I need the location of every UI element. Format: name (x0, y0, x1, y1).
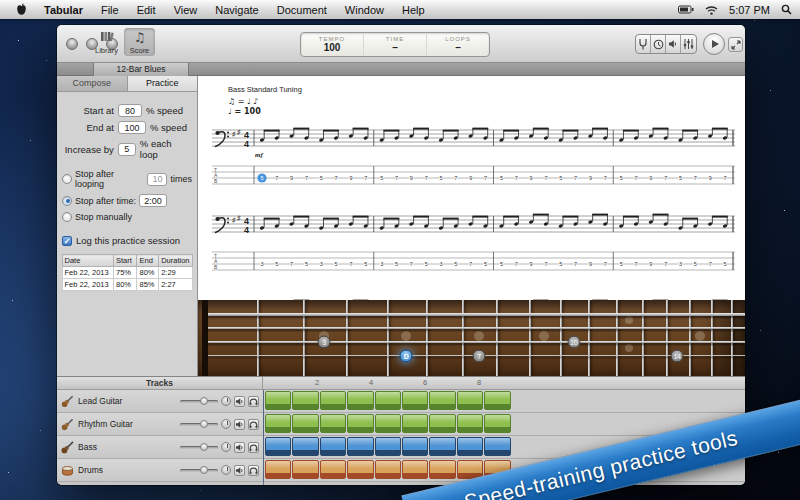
spotlight-icon[interactable] (781, 4, 792, 15)
clip-block[interactable] (292, 460, 318, 479)
playhead[interactable] (263, 390, 264, 485)
menu-file[interactable]: File (92, 4, 128, 16)
tab-compose[interactable]: Compose (57, 76, 128, 91)
note-marker[interactable]: 7 (473, 349, 486, 362)
menu-navigate[interactable]: Navigate (206, 4, 267, 16)
library-button[interactable]: Library (91, 28, 122, 56)
radio-stop-3[interactable] (62, 212, 72, 222)
mute-button[interactable] (234, 419, 245, 430)
apple-menu[interactable] (8, 3, 35, 16)
string-3[interactable] (208, 341, 745, 343)
tab-practice[interactable]: Practice (128, 76, 198, 91)
mixer-button[interactable] (681, 35, 696, 53)
clip-block[interactable] (402, 414, 428, 433)
session-row[interactable]: Feb 22, 201380%85%2:27 (62, 279, 192, 291)
clip-block[interactable] (457, 391, 483, 410)
timeline-ruler[interactable]: 2468 (263, 377, 745, 389)
score-button[interactable]: ♫ Score (124, 28, 155, 56)
clip-block[interactable] (292, 414, 318, 433)
pan-knob[interactable] (221, 465, 231, 475)
clip-block[interactable] (375, 437, 401, 456)
clip-block[interactable] (265, 460, 291, 479)
pan-knob[interactable] (221, 419, 231, 429)
clip-block[interactable] (402, 437, 428, 456)
track-lane[interactable] (263, 390, 745, 412)
clip-block[interactable] (320, 437, 346, 456)
menu-document[interactable]: Document (268, 4, 336, 16)
volume-slider[interactable] (180, 423, 218, 426)
track-row-lead-guitar[interactable]: Lead Guitar (57, 390, 745, 413)
end-speed-field[interactable] (118, 121, 146, 134)
solo-button[interactable] (248, 465, 259, 476)
volume-slider[interactable] (180, 469, 218, 472)
battery-icon[interactable] (678, 5, 694, 14)
clip-block[interactable] (347, 414, 373, 433)
clip-block[interactable] (429, 437, 455, 456)
volume-thumb[interactable] (200, 397, 208, 405)
radio-stop-2[interactable] (62, 196, 72, 206)
tuning-fork-button[interactable] (636, 35, 651, 53)
volume-thumb[interactable] (200, 420, 208, 428)
clip-block[interactable] (375, 414, 401, 433)
clip-block[interactable] (265, 391, 291, 410)
clip-block[interactable] (347, 460, 373, 479)
track-row-rhythm-guitar[interactable]: Rhythm Guitar (57, 413, 745, 436)
clip-block[interactable] (429, 460, 455, 479)
clip-block[interactable] (457, 437, 483, 456)
score-system-2[interactable]: ♯♯44TAB35753575357535755797579757973575 (212, 206, 735, 290)
volume-thumb[interactable] (200, 443, 208, 451)
session-row[interactable]: Feb 22, 201375%80%2:29 (62, 267, 192, 279)
clip-block[interactable] (457, 414, 483, 433)
clip-block[interactable] (320, 414, 346, 433)
fretboard-view[interactable]: 3D71014 (198, 300, 745, 376)
clip-block[interactable] (402, 460, 428, 479)
stop-option-3[interactable]: Stop manually (62, 212, 192, 222)
pan-knob[interactable] (221, 442, 231, 452)
score-view[interactable]: Bass Standard Tuning ♫ = ♩ ♪ ♩ = 100 ♯♯4… (198, 76, 745, 300)
clip-block[interactable] (402, 391, 428, 410)
clip-block[interactable] (292, 391, 318, 410)
clip-block[interactable] (347, 437, 373, 456)
solo-button[interactable] (248, 419, 259, 430)
solo-button[interactable] (248, 396, 259, 407)
count-in-button[interactable] (651, 35, 666, 53)
wifi-icon[interactable] (705, 5, 718, 15)
menu-view[interactable]: View (165, 4, 207, 16)
stop-option-1[interactable]: Stop after loopingtimes (62, 169, 192, 189)
solo-button[interactable] (248, 442, 259, 453)
close-button[interactable] (66, 38, 78, 50)
increase-field[interactable] (118, 143, 136, 156)
note-marker[interactable]: 14 (671, 349, 684, 362)
score-system-3[interactable]: ♯♯44TAB57975797357535755797579757975797 (212, 292, 735, 300)
clip-block[interactable] (292, 437, 318, 456)
metronome-sound-button[interactable] (666, 35, 681, 53)
fullscreen-button[interactable] (728, 37, 743, 52)
note-marker[interactable]: 10 (567, 335, 580, 348)
clip-block[interactable] (484, 437, 510, 456)
start-speed-field[interactable] (118, 104, 142, 117)
clip-block[interactable] (265, 437, 291, 456)
menu-help[interactable]: Help (393, 4, 434, 16)
clip-block[interactable] (320, 460, 346, 479)
menu-window[interactable]: Window (336, 4, 393, 16)
current-note-marker[interactable]: D (400, 349, 413, 362)
stop-option-2[interactable]: Stop after time: (62, 194, 192, 207)
pan-knob[interactable] (221, 396, 231, 406)
log-session-row[interactable]: Log this practice session (62, 235, 192, 246)
stop-option-value-field[interactable] (147, 173, 167, 186)
volume-slider[interactable] (180, 446, 218, 449)
clip-block[interactable] (484, 414, 510, 433)
clip-block[interactable] (320, 391, 346, 410)
clip-block[interactable] (429, 414, 455, 433)
clip-block[interactable] (375, 391, 401, 410)
volume-thumb[interactable] (200, 466, 208, 474)
app-menu-title[interactable]: Tabular (35, 4, 92, 16)
play-button[interactable] (703, 33, 725, 55)
mute-button[interactable] (234, 465, 245, 476)
menu-edit[interactable]: Edit (128, 4, 165, 16)
clip-block[interactable] (265, 414, 291, 433)
log-checkbox[interactable] (62, 236, 72, 246)
document-tab[interactable]: 12-Bar Blues (93, 63, 189, 76)
clip-block[interactable] (484, 391, 510, 410)
clip-block[interactable] (429, 391, 455, 410)
